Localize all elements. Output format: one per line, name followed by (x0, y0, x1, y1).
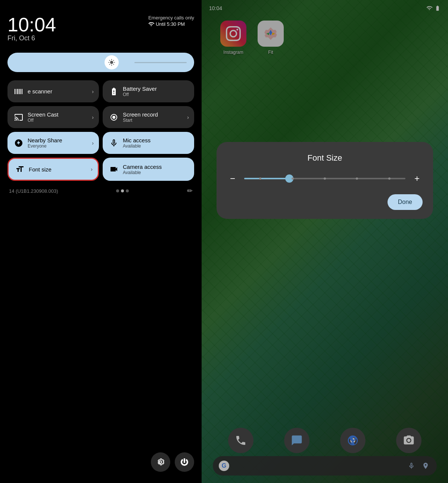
tile-font-size[interactable]: Font size › (7, 158, 99, 181)
nearby-share-text: Nearby Share Everyone (28, 137, 62, 149)
version-text: 14 (U1B1.230908.003) (9, 188, 58, 194)
camera-icon (109, 164, 119, 174)
dot-3 (126, 189, 129, 192)
nearby-share-icon (13, 138, 24, 148)
screen-record-subtitle: Start (123, 118, 158, 123)
slider-mark-1 (259, 177, 261, 180)
slider-mark-5 (388, 177, 391, 180)
nearby-share-subtitle: Everyone (28, 143, 62, 149)
slider-mark-3 (324, 177, 326, 180)
dialog-overlay (202, 0, 448, 483)
status-bar: 10:04 Fri, Oct 6 Emergency calls only Un… (7, 15, 194, 49)
scanner-chevron: › (92, 89, 94, 95)
nearby-share-chevron: › (92, 140, 94, 146)
tile-battery-saver[interactable]: Battery Saver Off (103, 80, 194, 102)
brightness-icon (108, 59, 115, 66)
screen-record-chevron: › (187, 114, 189, 120)
power-icon (180, 458, 189, 467)
camera-access-text: Camera access Available (123, 164, 162, 175)
tile-scanner[interactable]: e scanner › (7, 80, 99, 102)
battery-saver-subtitle: Off (123, 92, 157, 97)
battery-icon (109, 86, 119, 97)
scanner-text: e scanner (28, 88, 52, 95)
notification-shade: 10:04 Fri, Oct 6 Emergency calls only Un… (0, 0, 202, 483)
settings-button[interactable] (151, 452, 170, 472)
brightness-slider[interactable] (7, 53, 194, 72)
power-button[interactable] (175, 452, 194, 472)
emergency-text: Emergency calls only (148, 15, 194, 21)
bottom-actions (151, 452, 194, 472)
screen-cast-text: Screen Cast Off (28, 111, 59, 123)
done-button[interactable]: Done (388, 194, 423, 210)
wifi-status: Until 5:30 PM (148, 21, 194, 27)
slider-mark-2 (292, 177, 294, 180)
camera-access-title: Camera access (123, 164, 162, 170)
battery-saver-text: Battery Saver Off (123, 86, 157, 97)
tile-mic-access[interactable]: Mic access Available (103, 132, 194, 154)
mic-access-title: Mic access (123, 137, 150, 143)
nearby-share-title: Nearby Share (28, 137, 62, 143)
battery-saver-title: Battery Saver (123, 86, 157, 92)
page-dots (116, 189, 129, 192)
screen-cast-chevron: › (92, 114, 94, 120)
font-size-increase-button[interactable]: + (411, 173, 423, 184)
dot-2 (121, 189, 124, 192)
screen-cast-subtitle: Off (28, 118, 59, 123)
font-size-icon (15, 164, 25, 174)
font-size-chevron: › (91, 166, 93, 172)
scanner-title: e scanner (28, 88, 52, 95)
camera-access-subtitle: Available (123, 170, 162, 175)
tile-nearby-share[interactable]: Nearby Share Everyone › (7, 132, 99, 154)
font-size-decrease-button[interactable]: − (227, 173, 238, 184)
settings-icon (156, 458, 165, 467)
font-size-dialog: Font Size − + Done (217, 142, 433, 219)
slider-markers (244, 177, 405, 180)
font-size-track[interactable] (244, 178, 405, 179)
screen-record-title: Screen record (123, 111, 158, 118)
bottom-bar: 14 (U1B1.230908.003) ✏ (7, 187, 194, 195)
screen-record-text: Screen record Start (123, 111, 158, 123)
edit-icon[interactable]: ✏ (187, 187, 193, 195)
home-screen: 10:04 Instagram Fit Font Size − (202, 0, 448, 483)
dialog-done-row: Done (227, 194, 423, 210)
font-size-text: Font size (29, 166, 52, 173)
dot-1 (116, 189, 119, 192)
brightness-track (134, 62, 187, 63)
svg-point-1 (112, 116, 115, 119)
mic-access-subtitle: Available (123, 143, 150, 149)
time-display: 10:04 (7, 15, 56, 34)
wifi-icon (148, 21, 154, 27)
tile-camera-access[interactable]: Camera access Available (103, 158, 194, 181)
screen-cast-icon (13, 112, 24, 123)
font-size-title: Font size (29, 166, 52, 173)
mic-access-text: Mic access Available (123, 137, 150, 149)
dialog-title: Font Size (227, 153, 423, 163)
mic-icon (109, 138, 119, 148)
brightness-thumb[interactable] (105, 55, 119, 69)
screen-record-icon (109, 112, 119, 123)
scanner-icon (13, 86, 24, 97)
slider-mark-4 (356, 177, 358, 180)
tile-screen-record[interactable]: Screen record Start › (103, 106, 194, 128)
date-display: Fri, Oct 6 (7, 34, 56, 42)
tile-screen-cast[interactable]: Screen Cast Off › (7, 106, 99, 128)
screen-cast-title: Screen Cast (28, 111, 59, 118)
font-size-slider-row: − + (227, 173, 423, 184)
quick-tiles-grid: e scanner › Battery Saver Off Screen Cas… (7, 80, 194, 181)
